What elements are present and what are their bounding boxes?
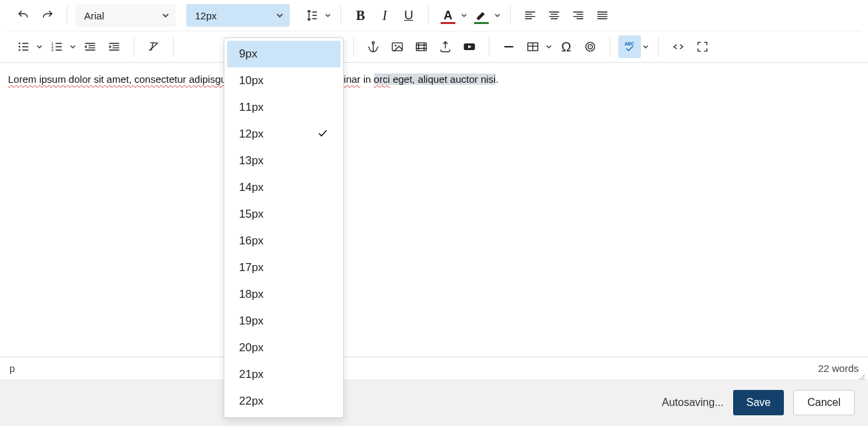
indent-button[interactable] [103, 35, 126, 58]
italic-button[interactable]: I [373, 4, 396, 27]
align-right-button[interactable] [567, 4, 590, 27]
chevron-down-icon[interactable] [323, 4, 333, 27]
highlight-color-swatch [474, 22, 489, 24]
underline-button[interactable]: U [397, 4, 420, 27]
footer-bar: Autosaving... Save Cancel [0, 379, 868, 426]
font-size-option-label: 20px [239, 341, 264, 355]
svg-point-1 [19, 46, 21, 48]
check-icon [316, 127, 329, 142]
editor-content[interactable]: Lorem ipsum dolor sit amet, consectetur … [0, 63, 868, 357]
cancel-button[interactable]: Cancel [793, 390, 855, 415]
highlight-color-button[interactable] [470, 4, 493, 27]
image-button[interactable] [386, 35, 409, 58]
font-size-option-label: 22px [239, 395, 264, 408]
font-size-option-label: 21px [239, 368, 264, 381]
clear-formatting-button[interactable] [142, 35, 165, 58]
svg-point-6 [372, 42, 374, 44]
font-size-option[interactable]: 16px [227, 228, 341, 254]
video-button[interactable] [410, 35, 433, 58]
svg-point-0 [19, 43, 21, 45]
code-view-button[interactable] [667, 35, 690, 58]
chevron-down-icon[interactable] [35, 35, 44, 58]
font-size-option[interactable]: 22px [227, 388, 341, 415]
text-color-button[interactable]: A [437, 4, 459, 27]
chevron-down-icon [276, 10, 284, 21]
font-size-option-label: 14px [239, 181, 264, 194]
table-button[interactable] [521, 35, 544, 58]
anchor-button[interactable] [362, 35, 385, 58]
svg-rect-7 [393, 43, 403, 51]
font-size-option-label: 18px [239, 288, 264, 301]
resize-grip-icon[interactable] [859, 371, 865, 378]
undo-button[interactable] [12, 4, 35, 27]
chevron-down-icon[interactable] [544, 35, 554, 58]
outdent-button[interactable] [79, 35, 101, 58]
font-size-option-label: 12px [239, 128, 264, 141]
font-size-option-label: 10px [239, 74, 264, 87]
font-size-option-label: 13px [239, 154, 264, 168]
status-bar: p 22 words [0, 357, 868, 379]
selected-text: eget, aliquet auctor nisi [390, 73, 495, 85]
font-size-option-label: 17px [239, 261, 264, 274]
ordered-list-button[interactable]: 123 [45, 35, 68, 58]
font-size-option[interactable]: 13px [227, 148, 341, 174]
spellcheck-button[interactable]: ABC [618, 35, 641, 58]
svg-point-8 [395, 45, 397, 47]
svg-point-2 [19, 49, 21, 51]
font-size-option-label: 19px [239, 314, 264, 328]
element-path[interactable]: p [9, 363, 15, 374]
chevron-down-icon[interactable] [641, 35, 650, 58]
font-size-option[interactable]: 12px [227, 121, 341, 148]
target-button[interactable] [579, 35, 602, 58]
font-size-option[interactable]: 21px [227, 361, 341, 388]
svg-rect-9 [417, 43, 427, 51]
font-size-option-label: 16px [239, 234, 264, 248]
font-size-option-label: 11px [239, 101, 264, 114]
redo-button[interactable] [36, 4, 59, 27]
align-center-button[interactable] [543, 4, 566, 27]
svg-text:ABC: ABC [625, 41, 635, 46]
chevron-down-icon [162, 10, 170, 21]
svg-text:3: 3 [51, 48, 53, 52]
font-family-label: Arial [84, 10, 104, 21]
font-size-option[interactable]: 15px [227, 201, 341, 228]
upload-button[interactable] [434, 35, 457, 58]
toolbar-row-2: 123 [7, 31, 861, 62]
font-size-option-label: 9px [239, 47, 257, 61]
autosave-status: Autosaving... [662, 397, 724, 409]
font-size-option[interactable]: 20px [227, 335, 341, 361]
text-color-swatch [441, 22, 455, 24]
save-button[interactable]: Save [733, 390, 784, 415]
selected-text: orci [374, 73, 390, 85]
font-size-option[interactable]: 19px [227, 308, 341, 335]
editor-toolbar: Arial 12px B I U [0, 0, 868, 63]
toolbar-row-1: Arial 12px B I U [7, 4, 861, 31]
fullscreen-button[interactable] [691, 35, 714, 58]
font-size-option-label: 15px [239, 208, 264, 221]
unordered-list-button[interactable] [12, 35, 35, 58]
chevron-down-icon[interactable] [459, 4, 469, 27]
font-size-option[interactable]: 18px [227, 281, 341, 308]
svg-point-14 [590, 46, 591, 47]
align-left-button[interactable] [519, 4, 541, 27]
font-size-option[interactable]: 11px [227, 94, 341, 121]
horizontal-rule-button[interactable] [497, 35, 520, 58]
text-segment: in [361, 73, 374, 85]
bold-button[interactable]: B [349, 4, 372, 27]
font-family-select[interactable]: Arial [75, 4, 176, 27]
font-size-option[interactable]: 9px [227, 41, 341, 67]
align-justify-button[interactable] [591, 4, 614, 27]
text-segment: . [495, 73, 498, 85]
youtube-button[interactable] [458, 35, 481, 58]
font-size-select[interactable]: 12px [186, 4, 290, 27]
line-height-button[interactable] [300, 4, 323, 27]
font-size-option[interactable]: 10px [227, 67, 341, 94]
text-segment: Lorem ipsum dolor sit amet, consectetur … [8, 73, 215, 85]
chevron-down-icon[interactable] [493, 4, 502, 27]
chevron-down-icon[interactable] [68, 35, 77, 58]
special-char-button[interactable]: Ω [555, 35, 578, 58]
font-size-dropdown[interactable]: 9px10px11px12px13px14px15px16px17px18px1… [224, 37, 344, 418]
font-size-option[interactable]: 17px [227, 254, 341, 281]
font-size-label: 12px [195, 10, 217, 21]
font-size-option[interactable]: 14px [227, 174, 341, 201]
